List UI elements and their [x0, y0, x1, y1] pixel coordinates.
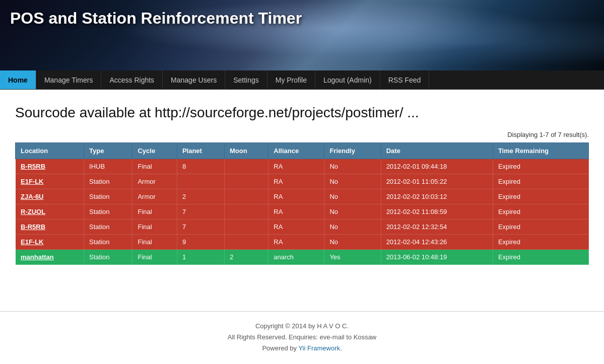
location-link[interactable]: B-R5RB — [21, 163, 45, 170]
table-body: B-R5RBIHUBFinal8RANo2012-02-01 09:44:18E… — [16, 159, 589, 265]
col-header-moon: Moon — [224, 143, 268, 159]
cell-alliance: anarch — [269, 250, 324, 265]
location-link[interactable]: R-ZUOL — [21, 208, 45, 215]
table-row: B-R5RBIHUBFinal8RANo2012-02-01 09:44:18E… — [16, 159, 589, 174]
cell-friendly: No — [324, 204, 381, 220]
cell-time_remaining: Expired — [493, 189, 588, 204]
cell-type: IHUB — [84, 159, 132, 174]
table-row: B-R5RBStationFinal7RANo2012-02-02 12:32:… — [16, 220, 589, 235]
cell-cycle: Armor — [132, 174, 177, 189]
col-header-cycle: Cycle — [132, 143, 177, 159]
cell-moon — [224, 204, 268, 220]
cell-time_remaining: Expired — [493, 235, 588, 250]
location-link[interactable]: E1F-LK — [21, 178, 44, 185]
location-link[interactable]: ZJA-6U — [21, 193, 44, 200]
cell-planet: 7 — [177, 204, 224, 220]
col-header-friendly: Friendly — [324, 143, 381, 159]
cell-cycle: Final — [132, 235, 177, 250]
cell-alliance: RA — [269, 159, 324, 174]
table-row: R-ZUOLStationFinal7RANo2012-02-02 11:08:… — [16, 204, 589, 220]
cell-time_remaining: Expired — [493, 204, 588, 220]
cell-alliance: RA — [269, 174, 324, 189]
nav-item-access-rights[interactable]: Access Rights — [101, 70, 163, 89]
cell-location[interactable]: B-R5RB — [16, 220, 84, 235]
cell-cycle: Final — [132, 204, 177, 220]
cell-cycle: Final — [132, 220, 177, 235]
cell-time_remaining: Expired — [493, 250, 588, 265]
cell-date: 2012-02-02 12:32:54 — [381, 220, 493, 235]
cell-alliance: RA — [269, 204, 324, 220]
main-content: Sourcode available at http://sourceforge… — [0, 90, 604, 291]
cell-friendly: No — [324, 220, 381, 235]
nav-item-my-profile[interactable]: My Profile — [267, 70, 315, 89]
cell-location[interactable]: E1F-LK — [16, 174, 84, 189]
table-row: E1F-LKStationArmorRANo2012-02-01 11:05:2… — [16, 174, 589, 189]
footer-powered: Powered by Yii Framework. — [5, 343, 599, 354]
footer-rights: All Rights Reserved. Enquiries: eve-mail… — [5, 332, 599, 343]
nav-item-manage-timers[interactable]: Manage Timers — [36, 70, 101, 89]
table-row: ZJA-6UStationArmor2RANo2012-02-02 10:03:… — [16, 189, 589, 204]
col-header-time-remaining: Time Remaining — [493, 143, 588, 159]
cell-type: Station — [84, 235, 132, 250]
cell-friendly: No — [324, 235, 381, 250]
cell-cycle: Final — [132, 250, 177, 265]
nav-item-settings[interactable]: Settings — [225, 70, 267, 89]
cell-type: Station — [84, 174, 132, 189]
cell-alliance: RA — [269, 235, 324, 250]
col-header-alliance: Alliance — [269, 143, 324, 159]
cell-planet: 1 — [177, 250, 224, 265]
nav-item-logout[interactable]: Logout (Admin) — [315, 70, 380, 89]
location-link[interactable]: manhattan — [21, 253, 54, 261]
col-header-planet: Planet — [177, 143, 224, 159]
location-link[interactable]: E1F-LK — [21, 238, 44, 246]
nav-item-home[interactable]: Home — [0, 70, 36, 89]
footer-copyright: Copyright © 2014 by H A V O C. — [5, 321, 599, 332]
cell-friendly: Yes — [324, 250, 381, 265]
cell-friendly: No — [324, 174, 381, 189]
cell-date: 2012-02-02 10:03:12 — [381, 189, 493, 204]
cell-friendly: No — [324, 189, 381, 204]
page-footer: Copyright © 2014 by H A V O C. All Right… — [0, 312, 604, 363]
timers-table: LocationTypeCyclePlanetMoonAllianceFrien… — [15, 142, 589, 265]
cell-alliance: RA — [269, 220, 324, 235]
cell-type: Station — [84, 250, 132, 265]
nav-item-manage-users[interactable]: Manage Users — [163, 70, 225, 89]
cell-location[interactable]: E1F-LK — [16, 235, 84, 250]
cell-planet: 8 — [177, 159, 224, 174]
cell-moon: 2 — [224, 250, 268, 265]
app-title: POS and Station Reinforcement Timer — [10, 9, 302, 28]
yii-framework-link[interactable]: Yii Framework — [298, 344, 340, 352]
table-header-row: LocationTypeCyclePlanetMoonAllianceFrien… — [16, 143, 589, 159]
nav-item-rss-feed[interactable]: RSS Feed — [380, 70, 430, 89]
col-header-date: Date — [381, 143, 493, 159]
cell-moon — [224, 235, 268, 250]
cell-location[interactable]: ZJA-6U — [16, 189, 84, 204]
cell-location[interactable]: manhattan — [16, 250, 84, 265]
cell-date: 2012-02-01 09:44:18 — [381, 159, 493, 174]
cell-type: Station — [84, 204, 132, 220]
cell-location[interactable]: R-ZUOL — [16, 204, 84, 220]
cell-date: 2013-06-02 10:48:19 — [381, 250, 493, 265]
col-header-type: Type — [84, 143, 132, 159]
cell-alliance: RA — [269, 189, 324, 204]
cell-time_remaining: Expired — [493, 220, 588, 235]
page-header: POS and Station Reinforcement Timer — [0, 0, 604, 70]
result-count: Displaying 1-7 of 7 result(s). — [15, 131, 589, 138]
cell-planet: 9 — [177, 235, 224, 250]
table-row: manhattanStationFinal12anarchYes2013-06-… — [16, 250, 589, 265]
cell-date: 2012-02-04 12:43:26 — [381, 235, 493, 250]
cell-location[interactable]: B-R5RB — [16, 159, 84, 174]
table-header: LocationTypeCyclePlanetMoonAllianceFrien… — [16, 143, 589, 159]
cell-date: 2012-02-02 11:08:59 — [381, 204, 493, 220]
cell-planet: 2 — [177, 189, 224, 204]
location-link[interactable]: B-R5RB — [21, 223, 45, 231]
cell-planet — [177, 174, 224, 189]
cell-date: 2012-02-01 11:05:22 — [381, 174, 493, 189]
cell-moon — [224, 189, 268, 204]
cell-moon — [224, 159, 268, 174]
cell-friendly: No — [324, 159, 381, 174]
main-navigation: HomeManage TimersAccess RightsManage Use… — [0, 70, 604, 90]
cell-moon — [224, 220, 268, 235]
cell-type: Station — [84, 189, 132, 204]
cell-planet: 7 — [177, 220, 224, 235]
